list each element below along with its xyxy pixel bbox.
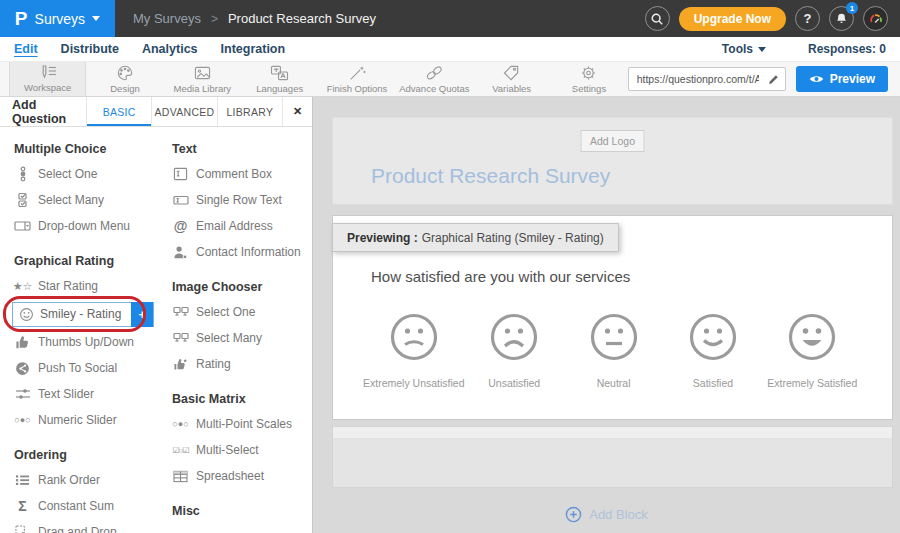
question-type-drag-and-drop[interactable]: Drag and Drop: [14, 519, 172, 533]
upgrade-now-button[interactable]: Upgrade Now: [679, 7, 786, 31]
tab-analytics[interactable]: Analytics: [142, 42, 198, 56]
frown-face-icon: [488, 311, 540, 363]
tool-design[interactable]: Design: [86, 62, 163, 96]
tool-advance-quotas[interactable]: Advance Quotas: [396, 62, 473, 96]
gauge-avatar-icon: [868, 11, 884, 27]
survey-url-input[interactable]: [629, 73, 763, 85]
smiley-option-neutral[interactable]: Neutral: [564, 311, 663, 389]
search-button[interactable]: [645, 6, 670, 31]
question-type-image-select-many[interactable]: Select Many: [172, 325, 312, 351]
question-type-select-one[interactable]: Select One: [14, 161, 172, 187]
tool-label: Finish Options: [327, 83, 388, 94]
multi-select-icon: ☑○☑: [172, 446, 189, 455]
question-type-spreadsheet[interactable]: Spreadsheet: [172, 463, 312, 489]
question-type-multi-point-scales[interactable]: ○●○ Multi-Point Scales: [172, 411, 312, 437]
checkbox-stack-icon: [14, 192, 31, 208]
dropdown-icon: [14, 220, 31, 232]
breadcrumb-my-surveys[interactable]: My Surveys: [133, 11, 201, 26]
search-icon: [650, 12, 664, 26]
add-block-button[interactable]: Add Block: [313, 506, 900, 523]
question-mark-icon: ?: [804, 11, 812, 26]
question-type-rank-order[interactable]: Rank Order: [14, 467, 172, 493]
question-type-image-rating[interactable]: Rating: [172, 351, 312, 377]
tab-integration[interactable]: Integration: [221, 42, 286, 56]
responses-count[interactable]: Responses: 0: [808, 42, 886, 56]
at-sign-icon: @: [172, 218, 189, 234]
tool-label: Advance Quotas: [399, 83, 469, 94]
sigma-icon: Σ: [14, 498, 31, 514]
eye-icon: [809, 74, 824, 84]
question-types-column-1: Multiple Choice Select One Select Many D…: [14, 127, 172, 533]
questionpro-logo-icon: P: [15, 8, 28, 30]
tab-distribute[interactable]: Distribute: [61, 42, 119, 56]
question-type-contact-information[interactable]: Contact Information: [172, 239, 312, 265]
empty-block-strip: [333, 427, 892, 439]
add-smiley-question-button[interactable]: +: [131, 302, 153, 327]
tools-dropdown[interactable]: Tools: [722, 42, 766, 56]
tab-basic[interactable]: BASIC: [86, 97, 151, 126]
gear-icon: [580, 65, 597, 81]
question-type-dropdown-menu[interactable]: Drop-down Menu: [14, 213, 172, 239]
smiley-option-unsatisfied[interactable]: Unsatisfied: [465, 311, 564, 389]
magic-wand-icon: [348, 65, 366, 81]
add-block-label: Add Block: [589, 507, 648, 522]
section-multiple-choice: Multiple Choice: [14, 142, 172, 156]
question-type-image-select-one[interactable]: Select One: [172, 299, 312, 325]
share-icon: [14, 361, 31, 376]
smiley-option-extremely-satisfied[interactable]: Extremely Satisfied: [763, 311, 862, 389]
question-type-single-row-text[interactable]: Single Row Text: [172, 187, 312, 213]
tool-label: Variables: [492, 83, 531, 94]
question-types-column-2: Text Comment Box Single Row Text @ Email…: [172, 127, 312, 533]
tools-label: Tools: [722, 42, 753, 56]
edit-url-button[interactable]: [763, 73, 785, 85]
question-type-comment-box[interactable]: Comment Box: [172, 161, 312, 187]
smiley-option-satisfied[interactable]: Satisfied: [663, 311, 762, 389]
tool-media-library[interactable]: Media Library: [164, 62, 241, 96]
survey-title[interactable]: Product Research Survey: [371, 164, 610, 188]
question-preview-card: Previewing : Graphical Rating (Smiley - …: [332, 215, 893, 420]
add-question-panel: Add Question BASIC ADVANCED LIBRARY ✕ Mu…: [0, 97, 313, 533]
translate-icon: [270, 65, 289, 81]
numeric-slider-icon: ○●○: [14, 415, 31, 425]
neutral-face-icon: [588, 311, 640, 363]
question-type-select-many[interactable]: Select Many: [14, 187, 172, 213]
question-type-thumbs-up-down[interactable]: Thumbs Up/Down: [14, 329, 172, 355]
question-type-multi-select[interactable]: ☑○☑ Multi-Select: [172, 437, 312, 463]
account-avatar[interactable]: [863, 6, 888, 31]
breadcrumb-separator-icon: >: [211, 12, 218, 26]
add-logo-button[interactable]: Add Logo: [580, 130, 645, 152]
image-choice-icon: [172, 306, 189, 319]
image-rating-icon: [172, 357, 189, 371]
help-button[interactable]: ?: [795, 6, 820, 31]
big-smile-face-icon: [786, 311, 838, 363]
brand-logo[interactable]: P Surveys: [0, 0, 115, 37]
question-type-email-address[interactable]: @ Email Address: [172, 213, 312, 239]
tool-workspace[interactable]: Workspace: [9, 62, 86, 96]
question-type-push-to-social[interactable]: Push To Social: [14, 355, 172, 381]
question-type-star-rating[interactable]: ★☆ Star Rating: [14, 273, 172, 299]
smiley-option-extremely-unsatisfied[interactable]: Extremely Unsatisfied: [363, 311, 465, 389]
tool-finish-options[interactable]: Finish Options: [318, 62, 395, 96]
tab-library[interactable]: LIBRARY: [217, 97, 282, 126]
chevron-down-icon: [758, 47, 766, 52]
question-type-constant-sum[interactable]: Σ Constant Sum: [14, 493, 172, 519]
preview-button[interactable]: Preview: [796, 66, 888, 92]
radio-stack-icon: [14, 166, 31, 182]
pencil-icon: [768, 73, 780, 85]
thumbs-up-icon: [14, 335, 31, 350]
tool-label: Languages: [256, 83, 303, 94]
question-type-smiley-rating[interactable]: Smiley - Rating +: [12, 302, 154, 327]
question-type-numeric-slider[interactable]: ○●○ Numeric Slider: [14, 407, 172, 433]
breadcrumb: My Surveys > Product Research Survey: [133, 11, 376, 26]
tool-languages[interactable]: Languages: [241, 62, 318, 96]
previewing-tab: Previewing : Graphical Rating (Smiley - …: [332, 223, 619, 252]
chain-link-icon: [425, 65, 444, 81]
close-panel-button[interactable]: ✕: [282, 97, 312, 126]
tab-advanced[interactable]: ADVANCED: [151, 97, 216, 126]
tab-edit[interactable]: Edit: [14, 42, 38, 56]
smile-face-icon: [687, 311, 739, 363]
tool-settings[interactable]: Settings: [550, 62, 627, 96]
tool-variables[interactable]: Variables: [473, 62, 550, 96]
single-row-text-icon: [172, 194, 189, 206]
question-type-text-slider[interactable]: Text Slider: [14, 381, 172, 407]
